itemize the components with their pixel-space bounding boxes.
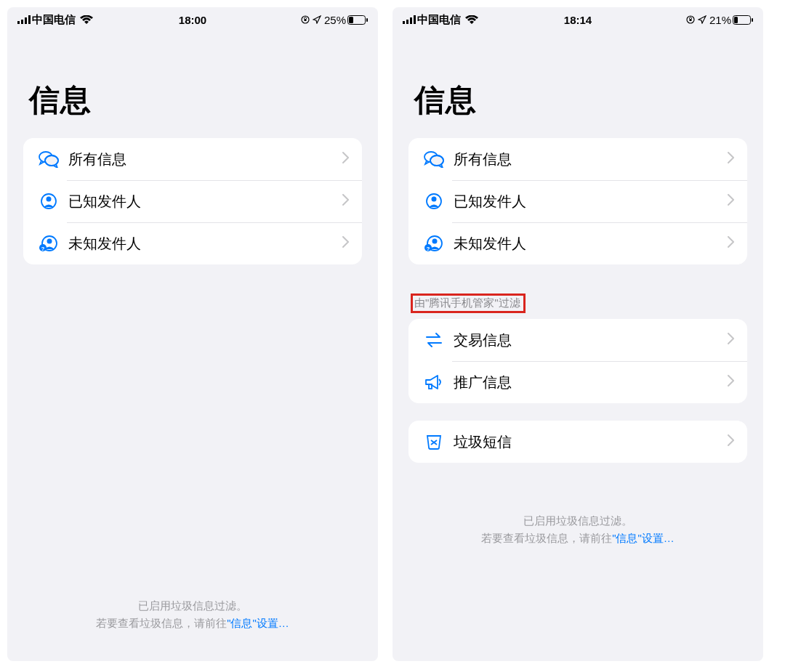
chat-icon <box>36 150 61 168</box>
chevron-right-icon <box>728 434 734 450</box>
svg-rect-0 <box>17 21 20 24</box>
chevron-right-icon <box>342 152 349 167</box>
trash-icon <box>422 434 446 450</box>
row-label: 交易信息 <box>454 331 728 350</box>
battery-percent: 25% <box>324 14 346 26</box>
junk-card: 垃圾短信 <box>408 421 747 463</box>
megaphone-icon <box>422 374 446 390</box>
signal-icon <box>403 15 416 24</box>
battery-icon <box>347 15 368 25</box>
chevron-right-icon <box>342 194 349 209</box>
svg-rect-25 <box>734 17 738 23</box>
row-promotions[interactable]: 推广信息 <box>408 361 747 403</box>
filter-card: 交易信息 推广信息 <box>408 319 747 403</box>
person-icon <box>422 193 446 210</box>
row-label: 所有信息 <box>68 150 342 169</box>
svg-text:?: ? <box>427 246 430 252</box>
row-all-messages[interactable]: 所有信息 <box>23 138 362 180</box>
row-label: 所有信息 <box>454 150 728 169</box>
row-label: 推广信息 <box>454 373 728 392</box>
row-unknown-senders[interactable]: ? 未知发件人 <box>408 222 747 264</box>
orientation-lock-icon <box>301 15 310 24</box>
wifi-icon <box>80 15 93 24</box>
svg-rect-8 <box>366 18 368 22</box>
svg-rect-21 <box>414 15 416 24</box>
status-time: 18:00 <box>179 14 206 26</box>
person-question-icon: ? <box>36 235 61 252</box>
chevron-right-icon <box>728 152 734 167</box>
location-icon <box>698 15 706 24</box>
chat-icon <box>422 150 446 168</box>
svg-rect-23 <box>689 19 691 21</box>
svg-point-31 <box>432 197 437 202</box>
battery-percent: 21% <box>709 14 731 26</box>
row-all-messages[interactable]: 所有信息 <box>408 138 747 180</box>
status-time: 18:14 <box>564 14 592 26</box>
row-known-senders[interactable]: 已知发件人 <box>23 180 362 222</box>
row-transactions[interactable]: 交易信息 <box>408 319 747 361</box>
chevron-right-icon <box>728 333 734 348</box>
svg-rect-5 <box>304 19 306 21</box>
chevron-right-icon <box>728 236 734 251</box>
svg-rect-3 <box>28 15 31 24</box>
person-icon <box>36 193 61 210</box>
chevron-right-icon <box>728 194 734 209</box>
highlight-box: 由"腾讯手机管家"过滤 <box>411 294 526 313</box>
status-bar: 中国电信 18:00 25% <box>7 10 378 29</box>
battery-icon <box>733 15 753 25</box>
footer-line1: 已启用垃圾信息过滤。 <box>22 597 363 615</box>
row-label: 垃圾短信 <box>454 432 728 452</box>
page-title: 信息 <box>7 29 378 138</box>
chevron-right-icon <box>342 236 349 251</box>
footer-settings-link[interactable]: "信息"设置… <box>612 532 675 544</box>
row-label: 未知发件人 <box>454 234 728 254</box>
row-label: 已知发件人 <box>68 192 342 211</box>
svg-rect-26 <box>752 18 753 22</box>
footer-line1: 已启用垃圾信息过滤。 <box>407 512 749 530</box>
footer-line2-text: 若要查看垃圾信息，请前往 <box>481 532 612 544</box>
main-card: 所有信息 已知发件人 ? 未知发件人 <box>408 138 747 264</box>
status-bar: 中国电信 18:14 21% <box>392 10 763 29</box>
signal-icon <box>17 15 31 24</box>
row-known-senders[interactable]: 已知发件人 <box>408 180 747 222</box>
filter-section-header: 由"腾讯手机管家"过滤 <box>392 288 763 319</box>
main-card: 所有信息 已知发件人 ? 未知发件人 <box>23 138 362 264</box>
svg-point-13 <box>47 197 52 202</box>
footer-note: 已启用垃圾信息过滤。 若要查看垃圾信息，请前往"信息"设置… <box>392 480 763 547</box>
carrier-label: 中国电信 <box>32 13 76 27</box>
exchange-icon <box>422 332 446 348</box>
location-icon <box>313 15 321 24</box>
row-label: 已知发件人 <box>454 192 728 211</box>
person-question-icon: ? <box>422 235 446 252</box>
orientation-lock-icon <box>686 15 695 24</box>
svg-rect-19 <box>406 20 408 24</box>
phone-screen-right: 中国电信 18:14 21% 信息 <box>392 7 763 661</box>
row-unknown-senders[interactable]: ? 未知发件人 <box>23 222 362 264</box>
footer-note: 已启用垃圾信息过滤。 若要查看垃圾信息，请前往"信息"设置… <box>7 597 378 632</box>
svg-rect-7 <box>349 17 353 23</box>
chevron-right-icon <box>728 375 734 390</box>
svg-rect-1 <box>21 20 23 24</box>
row-junk[interactable]: 垃圾短信 <box>408 421 747 463</box>
row-label: 未知发件人 <box>68 234 342 254</box>
svg-rect-20 <box>410 17 412 24</box>
footer-settings-link[interactable]: "信息"设置… <box>227 617 289 629</box>
svg-rect-18 <box>403 21 405 24</box>
footer-line2-text: 若要查看垃圾信息，请前往 <box>96 617 227 629</box>
page-title: 信息 <box>392 29 763 138</box>
svg-point-33 <box>432 239 438 244</box>
wifi-icon <box>465 15 478 24</box>
svg-rect-2 <box>25 17 27 24</box>
phone-screen-left: 中国电信 18:00 25% 信息 <box>7 7 378 661</box>
svg-text:?: ? <box>41 246 45 252</box>
svg-point-15 <box>47 239 52 244</box>
carrier-label: 中国电信 <box>417 13 461 27</box>
